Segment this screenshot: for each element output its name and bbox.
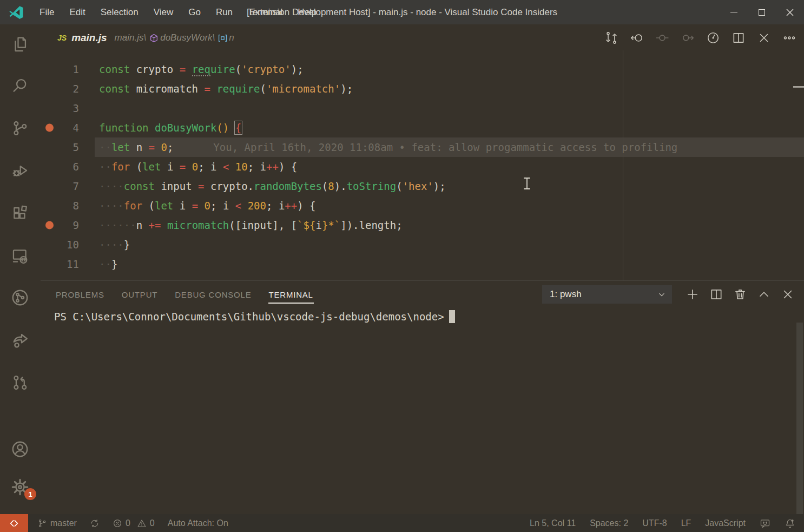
breadcrumb-segment-function[interactable]: doBusyWork\ (160, 32, 215, 43)
code-token (161, 219, 167, 231)
remote-indicator[interactable] (0, 514, 28, 532)
minimize-icon[interactable] (720, 0, 748, 24)
code-row[interactable]: 1const crypto = require('crypto'); (41, 60, 804, 79)
code-row[interactable]: 3 (41, 98, 804, 118)
code-token: let (142, 161, 161, 173)
panel-tabs: PROBLEMSOUTPUTDEBUG CONSOLETERMINAL (55, 281, 314, 308)
symbol-variable-icon (218, 34, 227, 43)
step-over-icon[interactable] (654, 30, 670, 46)
code-token (210, 83, 216, 95)
blame-annotation: You, April 16th, 2020 11:08am • feat: al… (173, 141, 677, 153)
feedback-item[interactable] (760, 518, 770, 529)
problems-item[interactable]: 0 0 (113, 518, 155, 528)
code-token: ·· (99, 161, 111, 173)
encoding-item[interactable]: UTF-8 (642, 518, 667, 528)
code-row[interactable]: 4function doBusyWork() { (41, 118, 804, 137)
cursor-position-item[interactable]: Ln 5, Col 11 (530, 518, 576, 528)
split-terminal-icon[interactable] (709, 287, 724, 302)
terminal-scrollbar[interactable] (796, 323, 803, 515)
settings-gear-icon[interactable]: 1 (7, 474, 33, 500)
menu-go[interactable]: Go (182, 5, 207, 20)
code-token: const (99, 83, 130, 95)
symbol-function-icon (149, 34, 159, 43)
code-line[interactable]: const micromatch = require('micromatch')… (41, 83, 353, 95)
window-title: [Extension Development Host] - main.js -… (247, 0, 557, 24)
code-token: ) { (297, 200, 315, 212)
close-panel-icon[interactable] (780, 287, 795, 302)
code-token: }*` (322, 219, 340, 231)
code-token: 'crypto' (241, 63, 291, 75)
code-line[interactable]: ····const input = crypto.randomBytes(8).… (41, 180, 446, 192)
debug-profile-icon[interactable] (7, 285, 33, 311)
code-editor[interactable]: 1const crypto = require('crypto');2const… (41, 51, 804, 280)
code-row[interactable]: 8····for (let i = 0; i < 200; i++) { (41, 196, 804, 215)
code-row[interactable]: 11··} (41, 254, 804, 274)
more-actions-icon[interactable] (781, 30, 798, 46)
editor-toolbar (603, 24, 798, 51)
language-item[interactable]: JavaScript (705, 518, 746, 528)
github-pull-requests-icon[interactable] (7, 370, 33, 396)
code-token: ++ (285, 200, 297, 212)
run-debug-icon[interactable] (7, 157, 33, 183)
menu-selection[interactable]: Selection (94, 5, 145, 20)
window-controls (720, 0, 804, 24)
code-line[interactable]: ····for (let i = 0; i < 200; i++) { (41, 200, 316, 212)
split-editor-icon[interactable] (730, 30, 747, 46)
maximize-icon[interactable] (748, 0, 776, 24)
code-token: for (124, 200, 142, 212)
source-control-icon[interactable] (7, 115, 33, 141)
close-editor-icon[interactable] (756, 30, 772, 46)
breadcrumb-segment-file[interactable]: main.js\ (115, 32, 147, 43)
menu-run[interactable]: Run (209, 5, 239, 20)
code-token: const (124, 180, 155, 192)
kill-terminal-icon[interactable] (733, 287, 748, 302)
step-back-icon[interactable] (629, 30, 645, 46)
breadcrumb-segment-symbol[interactable]: n (229, 32, 234, 43)
tab-output[interactable]: OUTPUT (121, 287, 158, 303)
code-row[interactable]: 7····const input = crypto.randomBytes(8)… (41, 176, 804, 196)
terminal-selector-label: 1: pwsh (550, 289, 657, 300)
open-changes-icon[interactable] (603, 30, 620, 46)
tab-problems[interactable]: PROBLEMS (55, 287, 105, 303)
auto-attach-item[interactable]: Auto Attach: On (168, 518, 228, 528)
code-token: += (149, 219, 161, 231)
sync-item[interactable] (90, 518, 100, 528)
code-line[interactable]: const crypto = require('crypto'); (41, 63, 304, 75)
code-token: function (99, 122, 149, 134)
notifications-item[interactable] (785, 518, 795, 529)
menu-view[interactable]: View (147, 5, 180, 20)
code-row[interactable]: 9······n += micromatch([input], [`${i}*`… (41, 215, 804, 235)
menu-file[interactable]: File (33, 5, 61, 20)
code-token: i (161, 161, 179, 173)
maximize-panel-icon[interactable] (756, 287, 772, 302)
code-row[interactable]: 2const micromatch = require('micromatch'… (41, 79, 804, 98)
new-terminal-icon[interactable] (685, 287, 700, 302)
code-row[interactable]: 10····} (41, 235, 804, 254)
code-token: 'hex' (403, 180, 433, 192)
extensions-icon[interactable] (7, 200, 33, 226)
indentation-item[interactable]: Spaces: 2 (590, 518, 628, 528)
live-share-icon[interactable] (7, 327, 33, 353)
eol-item[interactable]: LF (681, 518, 691, 528)
remote-explorer-icon[interactable] (7, 243, 33, 269)
breadcrumb-file-name[interactable]: main.js (71, 32, 107, 44)
step-forward-icon[interactable] (680, 30, 696, 46)
code-token: ; i (248, 161, 266, 173)
account-icon[interactable] (7, 436, 33, 462)
code-row[interactable]: 6··for (let i = 0; i < 10; i++) { (41, 157, 804, 176)
code-token: ). (334, 180, 347, 192)
code-token: ( (260, 83, 266, 95)
terminal-selector-dropdown[interactable]: 1: pwsh (542, 285, 672, 304)
profile-icon[interactable] (705, 30, 721, 46)
search-icon[interactable] (7, 73, 33, 98)
git-branch-item[interactable]: master (37, 518, 77, 528)
explorer-icon[interactable] (7, 31, 33, 57)
close-icon[interactable] (776, 0, 804, 24)
tab-terminal[interactable]: TERMINAL (268, 287, 314, 303)
code-line[interactable]: ··for (let i = 0; i < 10; i++) { (41, 161, 297, 173)
tab-debug-console[interactable]: DEBUG CONSOLE (174, 287, 252, 303)
menu-edit[interactable]: Edit (63, 5, 91, 20)
code-line[interactable]: ······n += micromatch([input], [`${i}*`]… (41, 219, 403, 231)
terminal[interactable]: PS C:\Users\Connor\Documents\Github\vsco… (54, 308, 788, 514)
code-row[interactable]: 5··let n = 0;You, April 16th, 2020 11:08… (41, 137, 804, 157)
